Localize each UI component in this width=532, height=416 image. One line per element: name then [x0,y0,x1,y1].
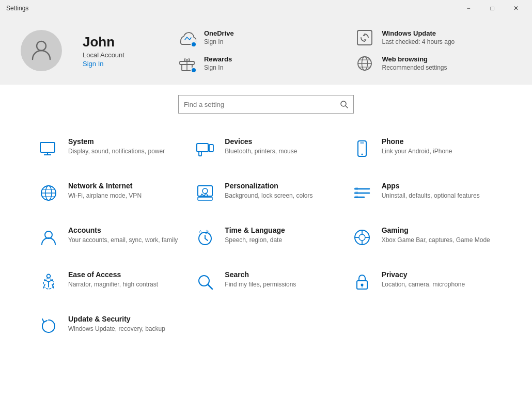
time-title: Time & Language [225,226,338,234]
windows-update-text: Windows Update Last checked: 4 hours ago [382,29,455,46]
accounts-desc: Your accounts, email, sync, work, family [68,236,181,245]
service-onedrive[interactable]: OneDrive Sign In [176,27,334,49]
svg-point-40 [359,234,365,241]
settings-item-system[interactable]: System Display, sound, notifications, po… [31,129,187,168]
ease-icon [37,270,60,293]
network-icon [37,182,60,204]
service-web-browsing[interactable]: Web browsing Recommended settings [354,53,511,74]
search-input[interactable] [184,101,340,108]
user-avatar-icon [28,37,54,65]
settings-item-network[interactable]: Network & Internet Wi-Fi, airplane mode,… [31,173,187,213]
search-icon [340,100,348,108]
web-browsing-icon [354,53,375,74]
settings-item-search[interactable]: Search Find my files, permissions [187,262,344,301]
apps-desc: Uninstall, defaults, optional features [382,191,495,200]
gaming-icon [351,226,373,249]
gaming-title: Gaming [382,226,495,234]
accounts-icon [37,226,60,249]
onedrive-label: OneDrive [204,29,234,38]
network-title: Network & Internet [68,182,181,190]
settings-item-accounts[interactable]: Accounts Your accounts, email, sync, wor… [31,218,187,257]
privacy-icon [351,270,373,293]
update-title: Update & Security [68,315,181,323]
ease-text: Ease of Access Narrator, magnifier, high… [68,270,181,289]
svg-line-48 [208,284,212,289]
network-desc: Wi-Fi, airplane mode, VPN [68,191,181,200]
windows-update-icon [354,27,375,49]
settings-item-personalization[interactable]: Personalization Background, lock screen,… [187,173,344,213]
phone-desc: Link your Android, iPhone [382,147,495,156]
svg-point-26 [202,188,208,194]
time-desc: Speech, region, date [225,236,338,245]
svg-rect-10 [40,142,55,152]
svg-text:A: A [199,229,202,234]
svg-rect-1 [357,30,372,45]
privacy-title: Privacy [382,270,495,279]
apps-text: Apps Uninstall, defaults, optional featu… [382,182,495,200]
rewards-text: Rewards Sign In [204,55,232,72]
title-bar: Settings − □ ✕ [0,0,532,17]
close-button[interactable]: ✕ [504,0,528,17]
apps-icon [351,182,373,204]
settings-item-ease[interactable]: Ease of Access Narrator, magnifier, high… [31,262,187,301]
svg-rect-30 [355,187,358,190]
devices-title: Devices [225,137,338,146]
search-container [0,95,532,114]
settings-item-time[interactable]: A あ Time & Language Speech, region, date [187,218,344,257]
rewards-sub: Sign In [204,64,232,72]
devices-text: Devices Bluetooth, printers, mouse [225,137,338,156]
sign-in-link[interactable]: Sign In [83,60,124,68]
window-controls: − □ ✕ [457,0,528,17]
privacy-desc: Location, camera, microphone [382,280,495,289]
svg-point-0 [37,41,46,51]
system-icon [37,137,60,160]
settings-item-apps[interactable]: Apps Uninstall, defaults, optional featu… [345,173,501,213]
web-browsing-text: Web browsing Recommended settings [382,55,447,72]
gaming-desc: Xbox Game Bar, captures, Game Mode [382,236,495,245]
search-box[interactable] [178,95,354,114]
web-browsing-label: Web browsing [382,55,447,64]
windows-update-label: Windows Update [382,29,455,38]
personalization-text: Personalization Background, lock screen,… [225,182,338,200]
ease-title: Ease of Access [68,270,181,279]
profile-name: John [83,34,124,50]
account-type: Local Account [83,51,124,59]
minimize-button[interactable]: − [457,0,480,17]
svg-rect-15 [209,145,213,152]
service-windows-update[interactable]: Windows Update Last checked: 4 hours ago [354,27,511,49]
gaming-text: Gaming Xbox Game Bar, captures, Game Mod… [382,226,495,245]
network-text: Network & Internet Wi-Fi, airplane mode,… [68,182,181,200]
settings-item-update[interactable]: Update & Security Windows Update, recove… [31,307,187,346]
time-icon: A あ [194,226,216,249]
settings-item-phone[interactable]: Phone Link your Android, iPhone [345,129,501,168]
search-settings-title: Search [225,270,338,279]
svg-point-20 [361,154,363,155]
svg-point-45 [47,275,51,278]
system-text: System Display, sound, notifications, po… [68,137,181,156]
settings-item-gaming[interactable]: Gaming Xbox Game Bar, captures, Game Mod… [345,218,501,257]
settings-grid: System Display, sound, notifications, po… [0,129,532,346]
update-desc: Windows Update, recovery, backup [68,325,181,333]
svg-rect-13 [197,143,208,152]
system-title: System [68,137,181,146]
services-grid: OneDrive Sign In Windows Update Last che… [176,27,511,74]
onedrive-icon [176,27,198,49]
settings-item-devices[interactable]: Devices Bluetooth, printers, mouse [187,129,344,168]
svg-rect-14 [199,152,201,156]
phone-text: Phone Link your Android, iPhone [382,137,495,156]
profile-info: John Local Account Sign In [83,34,124,68]
settings-item-privacy[interactable]: Privacy Location, camera, microphone [345,262,501,301]
rewards-label: Rewards [204,55,232,64]
service-rewards[interactable]: Rewards Sign In [176,53,334,74]
privacy-text: Privacy Location, camera, microphone [382,270,495,289]
time-text: Time & Language Speech, region, date [225,226,338,245]
profile-banner: John Local Account Sign In OneDrive Sign… [0,17,532,85]
personalization-desc: Background, lock screen, colors [225,191,338,200]
app-title: Settings [6,5,28,12]
personalization-title: Personalization [225,182,338,190]
ease-desc: Narrator, magnifier, high contrast [68,280,181,289]
maximize-button[interactable]: □ [480,0,504,17]
onedrive-sub: Sign In [204,38,234,46]
update-text: Update & Security Windows Update, recove… [68,315,181,333]
svg-point-33 [45,231,52,238]
